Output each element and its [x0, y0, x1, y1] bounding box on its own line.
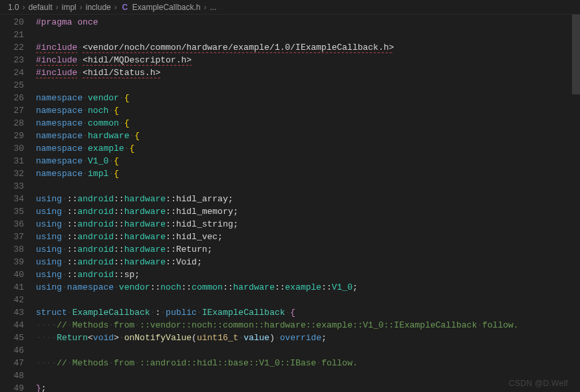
token: { [114, 169, 119, 179]
line-number: 24 [0, 66, 24, 79]
code-line[interactable]: #include·<hidl/MQDescriptor.h> [36, 54, 580, 66]
line-number: 32 [0, 167, 24, 180]
code-line[interactable]: namespace·noch·{ [36, 104, 580, 117]
token: · [119, 118, 124, 128]
code-line[interactable]: namespace·example·{ [36, 142, 580, 155]
token: < [88, 333, 93, 343]
code-line[interactable]: #include·<hidl/Status.h> [36, 66, 580, 79]
breadcrumb-part[interactable]: 1.0 [8, 3, 19, 12]
token: :: [67, 257, 78, 267]
code-line[interactable]: using·::android::hardware::Void; [36, 256, 580, 268]
code-line[interactable]: ····//·Methods·from·::vendor::noch::comm… [36, 319, 580, 332]
token: Void [176, 257, 197, 267]
token: { [114, 106, 119, 116]
token: ; [353, 282, 358, 292]
code-line[interactable]: }; [36, 382, 580, 392]
token: · [62, 282, 67, 292]
token: namespace [36, 131, 82, 141]
scrollbar-thumb[interactable] [572, 15, 580, 94]
code-line[interactable]: ····//·Methods·from·::android::hidl::bas… [36, 357, 580, 369]
line-number: 36 [0, 218, 24, 231]
code-line[interactable]: namespace·impl·{ [36, 167, 580, 180]
line-number: 28 [0, 117, 24, 130]
token: :: [67, 207, 78, 217]
token: :: [114, 232, 124, 242]
token: :: [67, 194, 78, 204]
line-number: 47 [0, 357, 24, 369]
line-number: 29 [0, 130, 24, 142]
token: namespace [36, 93, 82, 103]
token: namespace [36, 118, 82, 128]
token: · [477, 320, 482, 330]
token: namespace [36, 144, 82, 153]
breadcrumb[interactable]: 1.0 › default › impl › include › C Examp… [0, 0, 580, 15]
code-line[interactable]: namespace·common·{ [36, 117, 580, 130]
code-line[interactable] [36, 294, 580, 306]
token: // [57, 320, 67, 330]
breadcrumb-part[interactable]: impl [62, 3, 76, 12]
code-line[interactable] [36, 79, 580, 92]
code-line[interactable]: ····Return<void>·onNotifyValue(uint16_t·… [36, 332, 580, 344]
code-line[interactable] [36, 369, 580, 382]
token: android [77, 257, 114, 267]
breadcrumb-more[interactable]: ... [210, 3, 216, 12]
token: common [88, 118, 119, 128]
line-number: 43 [0, 306, 24, 319]
file-type-c-icon: C [120, 3, 130, 12]
breadcrumb-part[interactable]: default [29, 3, 53, 12]
token: namespace [36, 106, 82, 116]
token: :: [223, 282, 233, 292]
token: · [197, 308, 202, 318]
code-line[interactable]: using·namespace·vendor::noch::common::ha… [36, 281, 580, 294]
code-line[interactable]: namespace·V1_0·{ [36, 155, 580, 167]
code-line[interactable]: using·::android::hardware::Return; [36, 243, 580, 256]
token: · [62, 270, 67, 280]
code-line[interactable] [36, 344, 580, 357]
token: ; [233, 207, 239, 217]
breadcrumb-file[interactable]: ExampleCallback.h [132, 3, 201, 12]
code-area[interactable]: #pragma·once#include·<vendor/noch/common… [36, 15, 580, 392]
code-line[interactable]: namespace·hardware·{ [36, 130, 580, 142]
token: hidl_vec [176, 232, 218, 242]
token: · [62, 194, 67, 204]
code-line[interactable]: using·::android::hardware::hidl_vec; [36, 231, 580, 243]
token: hardware [124, 219, 166, 229]
code-line[interactable]: namespace·vendor·{ [36, 92, 580, 104]
code-editor[interactable]: 2021222324252627282930313233343536373839… [0, 15, 580, 392]
line-number: 48 [0, 369, 24, 382]
token: example [88, 144, 124, 153]
token: · [67, 358, 72, 368]
code-line[interactable]: using·::android::hardware::hidl_memory; [36, 205, 580, 218]
token: android [77, 270, 114, 280]
token: { [129, 144, 134, 153]
token: hidl_memory [176, 207, 233, 217]
token: #include [36, 43, 77, 52]
token: · [62, 207, 67, 217]
token: Methods [72, 358, 109, 368]
token: · [62, 219, 67, 229]
code-line[interactable]: #include·<vendor/noch/common/hardware/ex… [36, 41, 580, 54]
token: public [166, 308, 197, 318]
code-line[interactable]: #pragma·once [36, 16, 580, 29]
breadcrumb-part[interactable]: include [86, 3, 111, 12]
token: :: [67, 245, 78, 254]
token: · [82, 169, 88, 179]
token: android [77, 219, 114, 229]
code-line[interactable] [36, 180, 580, 193]
token: · [108, 106, 114, 116]
token: android [77, 232, 114, 242]
token: · [114, 282, 119, 292]
code-line[interactable]: using·::android::hardware::hidl_string; [36, 218, 580, 231]
token: ; [218, 232, 223, 242]
token: namespace [36, 156, 82, 166]
token: onNotifyValue [124, 333, 192, 343]
code-line[interactable]: using·::android::sp; [36, 268, 580, 281]
vertical-scrollbar[interactable] [572, 15, 580, 392]
token: ; [41, 383, 47, 392]
token: · [238, 333, 243, 343]
code-line[interactable]: struct·ExampleCallback·:·public·IExample… [36, 306, 580, 319]
token: hardware [124, 232, 166, 242]
code-line[interactable]: using·::android::hardware::hidl_array; [36, 193, 580, 205]
code-line[interactable] [36, 29, 580, 41]
token: ···· [36, 358, 57, 368]
